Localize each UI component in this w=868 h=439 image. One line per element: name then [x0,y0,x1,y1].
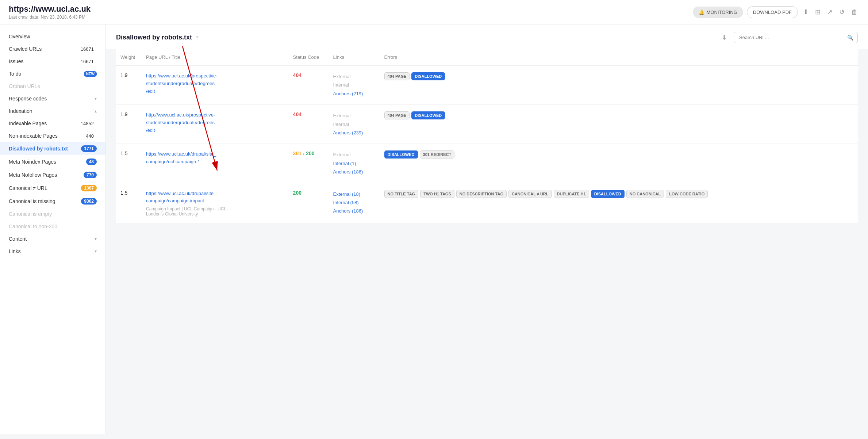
sidebar-section-indexation[interactable]: Indexation ▴ [0,105,105,117]
status-cell: 200 [289,183,329,223]
chevron-down-icon-2: ▾ [95,236,97,241]
main-layout: Overview Crawled URLs 16671 Issues 16671… [0,24,868,434]
page-url-link[interactable]: https://www.ucl.ac.uk/drupal/site_campai… [146,191,216,204]
download-icon-button[interactable]: ⬇ [802,7,810,18]
error-tag: NO DESCRIPTION TAG [456,190,507,198]
last-crawl: Last crawl date: Nov 23, 2018, 6:43 PM [9,15,91,20]
monitoring-button[interactable]: 🔔 MONITORING [693,7,743,18]
errors-cell: 404 PAGE DISALLOWED [380,105,858,144]
help-icon[interactable]: ? [196,35,199,41]
sidebar-item-todo[interactable]: To do NEW [0,68,105,80]
page-title: Disallowed by robots.txt [116,34,192,41]
trash-icon-button[interactable]: 🗑 [850,7,859,18]
errors-cell: 404 PAGE DISALLOWED [380,65,858,105]
sidebar-item-canonical-missing[interactable]: Canonical is missing 9302 [0,195,105,208]
sidebar-item-meta-nofollow[interactable]: Meta Nofollow Pages 770 [0,168,105,182]
page-url-link[interactable]: http://www.ucl.ac.uk/prospective-student… [146,112,215,133]
header-left: https://www.ucl.ac.uk Last crawl date: N… [9,4,91,20]
sidebar-item-meta-noindex[interactable]: Meta Noindex Pages 48 [0,155,105,168]
page-url-link[interactable]: https://www.ucl.ac.uk/drupal/site_campai… [146,151,216,164]
table-row: 1.5 https://www.ucl.ac.uk/drupal/site_ca… [116,183,858,223]
table-row: 1.9 http://www.ucl.ac.uk/prospective-stu… [116,105,858,144]
search-url-wrap: 🔍 [734,32,858,43]
refresh-icon-button[interactable]: ↺ [838,7,846,18]
data-table: Weight Page URL / Title Status Code Link… [116,49,858,223]
status-cell: 404 [289,65,329,105]
error-tag: CANONICAL ≠ URL [508,190,552,198]
main-content: Disallowed by robots.txt ? ⬇ 🔍 [106,24,868,434]
errors-cell: DISALLOWED 301 REDIRECT [380,144,858,183]
internal-link: Internal [333,120,376,129]
sidebar-item-crawled-urls[interactable]: Crawled URLs 16671 [0,43,105,55]
anchors-link[interactable]: Anchors (186) [333,168,376,176]
site-title: https://www.ucl.ac.uk [9,4,91,14]
sidebar-item-canonical-empty: Canonical is empty [0,208,105,220]
error-tag: 301 REDIRECT [420,150,455,159]
errors-cell: NO TITLE TAG TWO H1 TAGS NO DESCRIPTION … [380,183,858,223]
page-url-link[interactable]: https://www.ucl.ac.uk/prospective-studen… [146,73,218,94]
sidebar-item-canonical-non200: Canonical to non-200 [0,220,105,233]
external-link: External [333,111,376,120]
status-code: 200 [293,190,302,196]
url-cell: https://www.ucl.ac.uk/drupal/site_campai… [142,183,289,223]
links-cell: External Internal Anchors (219) [329,65,380,105]
download-pdf-button[interactable]: DOWNLOAD PDF [747,6,798,18]
weight-cell: 1.5 [116,144,142,183]
anchors-link[interactable]: Anchors (219) [333,89,376,98]
chevron-up-icon: ▴ [95,108,97,114]
error-tags: 404 PAGE DISALLOWED [384,72,853,80]
status-code-200: 200 [306,150,314,156]
error-tag: DUPLICATE H1 [554,190,589,198]
sidebar-item-non-indexable[interactable]: Non-indexable Pages 440 [0,130,105,142]
sidebar-section-links[interactable]: Links ▾ [0,245,105,257]
status-code: 404 [293,72,302,78]
page-title: Campaign Impact | UCL Campaign - UCL -Lo… [146,206,284,217]
anchors-link[interactable]: Anchors (239) [333,129,376,137]
status-redirect: 301 › 200 [293,150,324,156]
col-header-links: Links [329,49,380,65]
sidebar-section-response-codes[interactable]: Response codes ▾ [0,92,105,105]
status-cell: 404 [289,105,329,144]
error-tag: DISALLOWED [411,111,445,119]
internal-link[interactable]: Internal (58) [333,198,376,207]
search-icon: 🔍 [847,35,853,41]
col-header-url: Page URL / Title [142,49,289,65]
sidebar-item-indexable-pages[interactable]: Indexable Pages 14852 [0,117,105,130]
url-cell: http://www.ucl.ac.uk/prospective-student… [142,105,289,144]
error-tag: DISALLOWED [384,150,418,159]
anchors-link[interactable]: Anchors (186) [333,207,376,215]
table-area: Weight Page URL / Title Status Code Link… [106,49,868,223]
weight-cell: 1.5 [116,183,142,223]
chevron-down-icon: ▾ [95,96,97,101]
app-header: https://www.ucl.ac.uk Last crawl date: N… [0,0,868,24]
links-cell: External (18) Internal (58) Anchors (186… [329,183,380,223]
export-icon[interactable]: ⬇ [722,34,727,42]
error-tag: 404 PAGE [384,111,410,119]
sidebar-section-content[interactable]: Content ▾ [0,233,105,245]
external-link[interactable]: External (18) [333,190,376,198]
share-icon-button[interactable]: ↗ [826,7,834,18]
main-header: Disallowed by robots.txt ? ⬇ 🔍 [106,24,868,49]
sidebar-item-overview[interactable]: Overview [0,30,105,43]
internal-link: Internal [333,81,376,89]
chevron-down-icon-3: ▾ [95,249,97,254]
header-right: 🔔 MONITORING DOWNLOAD PDF ⬇ ⊞ ↗ ↺ 🗑 [693,6,859,18]
error-tag: NO CANONICAL [626,190,664,198]
external-link: External [333,150,376,159]
links-cell: External Internal Anchors (239) [329,105,380,144]
col-header-errors: Errors [380,49,858,65]
error-tag: TWO H1 TAGS [420,190,454,198]
sidebar-item-disallowed[interactable]: Disallowed by robots.txt 1771 [0,142,105,155]
col-header-weight: Weight [116,49,142,65]
error-tag: NO TITLE TAG [384,190,419,198]
sidebar-item-canonical-ne-url[interactable]: Canonical ≠ URL 1307 [0,182,105,195]
internal-link[interactable]: Internal (1) [333,159,376,168]
sidebar: Overview Crawled URLs 16671 Issues 16671… [0,24,106,434]
sidebar-item-issues[interactable]: Issues 16671 [0,55,105,68]
table-row: 1.5 https://www.ucl.ac.uk/drupal/site_ca… [116,144,858,183]
sitemap-icon-button[interactable]: ⊞ [814,7,822,18]
weight-cell: 1.9 [116,65,142,105]
main-title-row: Disallowed by robots.txt ? ⬇ 🔍 [116,32,858,43]
search-url-input[interactable] [734,32,858,43]
status-code-301: 301 [293,150,302,156]
